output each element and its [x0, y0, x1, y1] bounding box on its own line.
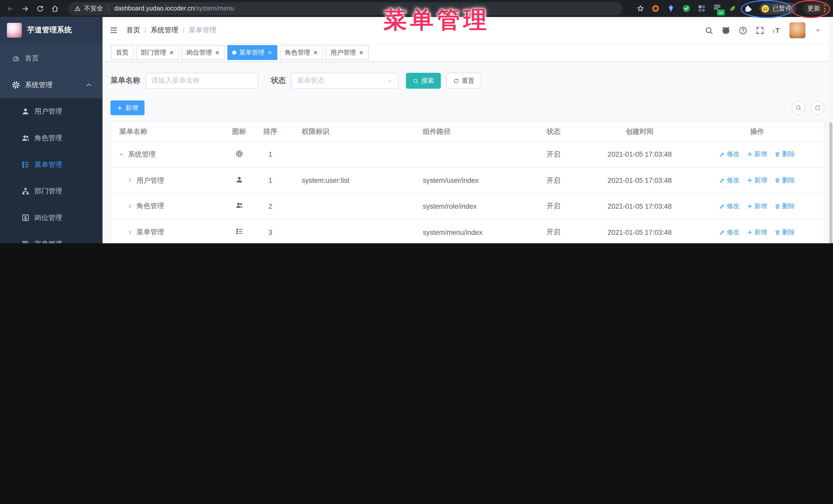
sidebar-item-角色管理[interactable]: 角色管理: [0, 125, 102, 151]
extensions-puzzle-icon[interactable]: [744, 4, 752, 13]
bookmark-star-icon[interactable]: [636, 4, 644, 13]
table-header-row: 菜单名称图标排序权限标识组件路径状态创建时间操作: [111, 122, 824, 142]
sidebar-item-岗位管理[interactable]: 岗位管理: [0, 205, 102, 231]
column-header-组件路径: 组件路径: [419, 127, 541, 136]
plus-icon: [747, 177, 753, 183]
expand-toggle[interactable]: [127, 203, 133, 209]
add-link[interactable]: 新增: [747, 150, 767, 159]
extension-list-icon[interactable]: on: [713, 3, 721, 14]
active-tab-dot: [232, 50, 237, 55]
toggle-search-button[interactable]: [791, 101, 805, 115]
cell-status: 开启: [541, 227, 589, 237]
status-label: 状态: [271, 76, 286, 86]
sidebar-item-label: 系统管理: [25, 80, 52, 90]
sidebar-item-用户管理[interactable]: 用户管理: [0, 98, 102, 125]
sidebar-item-部门管理[interactable]: 部门管理: [0, 178, 102, 205]
screen: 不安全 dashboard.yudao.iocoder.cn/system/me…: [0, 0, 833, 243]
delete-link[interactable]: 删除: [775, 150, 795, 159]
add-button[interactable]: 新增: [111, 100, 145, 115]
delete-link[interactable]: 删除: [775, 202, 795, 211]
fullscreen-icon[interactable]: [755, 26, 764, 34]
tab-用户管理[interactable]: 用户管理: [326, 45, 369, 60]
sidebar-item-首页[interactable]: 首页: [0, 45, 102, 72]
refresh-table-button[interactable]: [811, 101, 825, 115]
reset-button[interactable]: 重置: [446, 73, 481, 89]
column-header-菜单名称: 菜单名称: [111, 127, 223, 136]
edit-link[interactable]: 修改: [719, 227, 739, 237]
tab-label: 用户管理: [330, 48, 356, 57]
breadcrumb-home[interactable]: 首页: [126, 25, 140, 35]
extension-gem-icon[interactable]: [667, 4, 675, 13]
search-icon: [795, 104, 802, 111]
extension-leaf-icon[interactable]: [729, 4, 737, 13]
browser-menu-dots-icon[interactable]: [824, 5, 826, 12]
cell-component-path: system/role/index: [419, 202, 541, 210]
cell-icon: [224, 201, 255, 211]
not-secure-warning-icon: [74, 5, 81, 12]
cell-permission: system:user:list: [286, 176, 419, 184]
edit-link[interactable]: 修改: [719, 202, 739, 211]
sidebar-item-系统管理[interactable]: 系统管理: [0, 72, 102, 98]
edit-icon: [719, 203, 725, 209]
browser-forward-icon[interactable]: [21, 5, 29, 13]
cell-component-path: system/user/index: [419, 176, 541, 184]
chevron-icon: [127, 177, 133, 183]
sidebar-item-字典管理[interactable]: 字典管理: [0, 231, 102, 243]
tab-部门管理[interactable]: 部门管理: [136, 45, 179, 60]
tab-首页[interactable]: 首页: [111, 45, 133, 60]
add-link[interactable]: 新增: [747, 227, 767, 237]
menu-name-input[interactable]: 请输入菜单名称: [146, 73, 258, 89]
status-select[interactable]: 菜单状态: [291, 73, 399, 89]
extension-orange-ring-icon[interactable]: [651, 4, 660, 13]
add-link[interactable]: 新增: [747, 176, 767, 185]
avatar-caret-down-icon[interactable]: [813, 26, 822, 34]
sidebar-toggle-hamburger-icon[interactable]: [109, 26, 118, 34]
close-icon: [313, 50, 318, 55]
sidebar-item-菜单管理[interactable]: 菜单管理: [0, 151, 102, 178]
search-button[interactable]: 搜索: [406, 73, 441, 89]
font-size-icon[interactable]: [772, 26, 782, 34]
tab-角色管理[interactable]: 角色管理: [280, 45, 323, 60]
edit-link[interactable]: 修改: [719, 176, 739, 185]
scrollbar-thumb[interactable]: [829, 122, 832, 243]
help-icon[interactable]: [738, 26, 747, 34]
edit-link[interactable]: 修改: [719, 150, 739, 159]
delete-link[interactable]: 删除: [775, 227, 795, 237]
delete-link[interactable]: 删除: [775, 176, 795, 185]
tab-岗位管理[interactable]: 岗位管理: [182, 45, 225, 60]
header-search-icon[interactable]: [704, 26, 713, 34]
cell-sort: 1: [255, 176, 286, 184]
address-bar[interactable]: 不安全 dashboard.yudao.iocoder.cn/system/me…: [68, 2, 623, 15]
tree-table-icon: [235, 227, 243, 235]
add-link[interactable]: 新增: [747, 202, 767, 211]
expand-toggle[interactable]: [127, 177, 133, 183]
profile-paused-chip[interactable]: 已暂停: [759, 3, 796, 14]
close-icon: [359, 50, 364, 55]
cell-component-path: system/menu/index: [419, 228, 541, 236]
address-divider: [109, 5, 109, 12]
user-avatar[interactable]: [789, 22, 805, 38]
tab-菜单管理[interactable]: 菜单管理: [227, 45, 277, 60]
github-icon[interactable]: [721, 26, 731, 34]
extension-green-check-icon[interactable]: [682, 4, 690, 13]
tab-label: 角色管理: [285, 48, 310, 57]
chevron-icon: [85, 81, 93, 89]
browser-back-icon[interactable]: [6, 5, 14, 13]
breadcrumb-system[interactable]: 系统管理: [151, 25, 178, 35]
browser-update-button[interactable]: 更新: [803, 3, 830, 14]
cell-create-time: 2021-01-05 17:03:48: [589, 176, 690, 184]
browser-home-icon[interactable]: [51, 5, 59, 13]
menu-name-placeholder: 请输入菜单名称: [151, 76, 200, 86]
not-secure-label: 不安全: [84, 4, 103, 13]
extension-grid-icon[interactable]: [697, 4, 706, 13]
menu-name-text: 菜单管理: [137, 227, 164, 237]
page-scrollbar[interactable]: [829, 17, 833, 243]
column-header-排序: 排序: [255, 127, 286, 136]
breadcrumb: 首页 / 系统管理 / 菜单管理: [126, 25, 216, 35]
expand-toggle[interactable]: [127, 230, 133, 235]
expand-toggle[interactable]: [118, 151, 124, 158]
browser-reload-icon[interactable]: [36, 5, 44, 13]
user-icon: [235, 175, 243, 184]
sidebar-item-label: 首页: [25, 54, 39, 63]
app-logo-row[interactable]: 芋道管理系统: [0, 17, 102, 44]
